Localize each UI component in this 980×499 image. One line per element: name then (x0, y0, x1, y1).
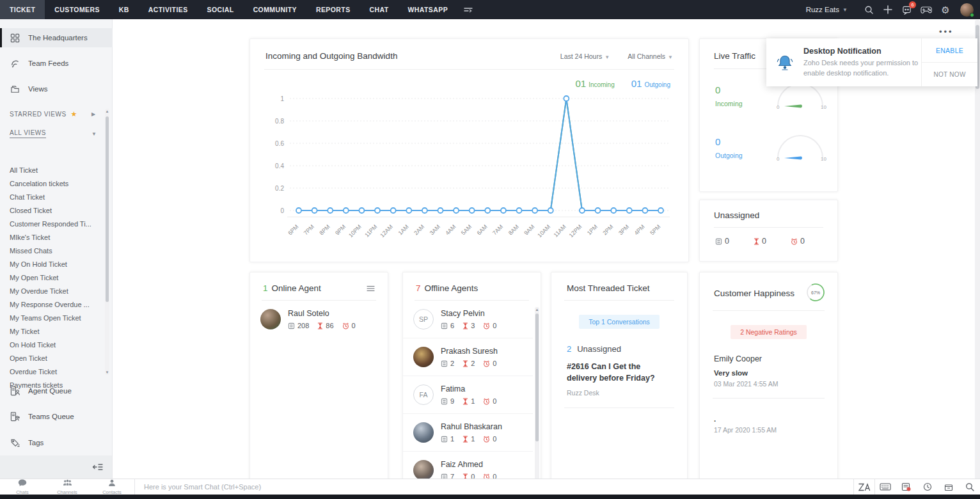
scroll-down-icon[interactable]: ▼ (105, 370, 109, 375)
bottombar-tab-chats[interactable]: Chats (0, 479, 45, 495)
legend-outgoing[interactable]: 01 Outgoing (631, 78, 670, 89)
view-item[interactable]: On Hold Ticket (0, 338, 104, 352)
stat-value: 3 (471, 322, 475, 329)
zia-icon[interactable] (853, 479, 874, 495)
announcements-icon[interactable]: 6 (897, 0, 917, 19)
scroll-up-icon[interactable]: ▲ (535, 307, 539, 312)
rating-item[interactable]: .17 Apr 2020 1:55 AM (700, 415, 837, 434)
legend-incoming[interactable]: 01 Incoming (575, 78, 614, 89)
online-agents-title: Online Agent (272, 283, 321, 293)
history-clock-icon[interactable] (917, 479, 938, 495)
gamescope-icon[interactable] (917, 0, 936, 19)
sidebar-item-the-headquarters[interactable]: The Headquarters (0, 28, 113, 47)
archive-box-icon[interactable] (938, 479, 959, 495)
chart-legend: 01 Incoming 01 Outgoing (250, 70, 688, 89)
time-range-filter[interactable]: Last 24 Hours▼ (560, 52, 610, 60)
agent-row[interactable]: Rahul Bhaskaran 1 1 0 (403, 414, 533, 452)
agent-row[interactable]: Prakash Suresh 2 2 0 (403, 338, 533, 376)
response-overdue-stat: 0 (791, 237, 805, 246)
offline-list-scrollbar[interactable]: ▲ (535, 307, 539, 481)
starred-views-section[interactable]: STARRED VIEWS ★ ▶ (10, 110, 77, 118)
rating-customer-name: Emily Cooper (700, 354, 837, 363)
view-item[interactable]: My Teams Open Ticket (0, 312, 104, 325)
list-menu-icon[interactable] (367, 285, 375, 292)
svg-text:6PM: 6PM (287, 223, 299, 236)
notes-icon[interactable] (896, 479, 917, 495)
nav-tab-activities[interactable]: ACTIVITIES (139, 0, 198, 19)
unassigned-card: Unassigned 0 0 0 (699, 200, 838, 262)
svg-text:0.8: 0.8 (275, 118, 284, 125)
nav-tab-chat[interactable]: CHAT (360, 0, 399, 19)
nav-tab-ticket[interactable]: TICKET (0, 0, 45, 19)
settings-gear-icon[interactable]: ⚙ (936, 0, 955, 19)
rating-item[interactable]: Emily CooperVery slow03 Mar 2021 4:55 AM (700, 354, 837, 388)
sidebar-item-team-feeds[interactable]: Team Feeds (0, 54, 113, 73)
sidebar-item-teams-queue[interactable]: Teams Queue (0, 407, 113, 426)
view-item[interactable]: Overdue Ticket (0, 365, 104, 379)
outgoing-value: 0 (715, 136, 772, 147)
not-now-button[interactable]: NOT NOW (922, 63, 977, 86)
sidebar-item-views[interactable]: Views (0, 79, 113, 99)
smart-chat-input[interactable] (135, 479, 853, 495)
thread-count: 2 (567, 344, 571, 354)
nav-tab-whatsapp[interactable]: WHATSAPP (399, 0, 458, 19)
bottombar-tab-channels[interactable]: Channels (45, 479, 90, 495)
view-item[interactable]: Closed Ticket (0, 204, 104, 218)
nav-tab-kb[interactable]: KB (109, 0, 139, 19)
view-item[interactable]: Customer Responded Ti... (0, 218, 104, 231)
views-icon (10, 84, 20, 94)
ticket-count-stat: 1 (441, 435, 454, 443)
sidebar-item-agent-queue[interactable]: Agent Queue (0, 381, 113, 400)
enable-button[interactable]: ENABLE (922, 38, 977, 63)
nav-tab-community[interactable]: COMMUNITY (244, 0, 306, 19)
agent-row[interactable]: FAFatima 9 1 0 (403, 376, 533, 414)
dashboard-more-icon[interactable]: ••• (939, 27, 954, 36)
bottombar-tab-contacts[interactable]: Contacts (90, 479, 134, 495)
stat-value: 1 (471, 397, 475, 405)
view-item[interactable]: My Ticket (0, 325, 104, 338)
agent-row[interactable]: Raul Sotelo 208 86 0 (250, 301, 388, 338)
online-agent-count: 1 (263, 283, 268, 293)
view-item[interactable]: All Ticket (0, 164, 104, 177)
svg-text:5PM: 5PM (649, 223, 661, 236)
most-threaded-title: Most Threaded Ticket (567, 283, 650, 293)
customer-happiness-title: Customer Happiness (714, 289, 805, 298)
overdue-stat: 1 (462, 435, 475, 443)
all-views-section[interactable]: ALL VIEWS ▼ (10, 129, 46, 138)
page-scrollbar[interactable] (975, 20, 980, 494)
view-item[interactable]: MIke's Ticket (0, 231, 104, 244)
sidebar-item-tags[interactable]: Tags (0, 433, 113, 452)
view-item[interactable]: Cancelation tickets (0, 177, 104, 191)
nav-tab-reports[interactable]: REPORTS (306, 0, 360, 19)
view-item[interactable]: Open Ticket (0, 352, 104, 365)
agent-row[interactable]: SPStacy Pelvin 6 3 0 (403, 301, 533, 338)
agent-name: Prakash Suresh (441, 347, 498, 356)
rating-date: 17 Apr 2020 1:55 AM (700, 426, 837, 434)
org-switcher[interactable]: Ruzz Eats ▼ (806, 6, 848, 13)
search-icon[interactable] (859, 0, 878, 19)
view-item[interactable]: My Open Ticket (0, 271, 104, 285)
sidebar-scrollbar[interactable]: ▲ ▼ (105, 109, 109, 375)
hourglass-icon (462, 322, 468, 329)
add-icon[interactable] (878, 0, 897, 19)
channel-filter[interactable]: All Channels▼ (628, 52, 673, 60)
ticket-subject[interactable]: #2616 Can I Get the delivery before Frid… (551, 361, 679, 384)
user-avatar[interactable] (960, 3, 974, 17)
search-icon[interactable] (959, 479, 980, 495)
view-item[interactable]: My On Hold Ticket (0, 258, 104, 271)
view-item[interactable]: Chat Ticket (0, 191, 104, 204)
nav-tab-customers[interactable]: CUSTOMERS (45, 0, 109, 19)
svg-text:4PM: 4PM (633, 223, 646, 236)
view-item[interactable]: My Response Overdue ... (0, 298, 104, 312)
nav-more-icon[interactable] (457, 0, 479, 19)
sidebar-scroll-thumb[interactable] (106, 116, 109, 302)
overdue-stat: 86 (317, 322, 333, 329)
scroll-up-icon[interactable]: ▲ (105, 109, 109, 114)
sidebar-collapse-bar[interactable] (0, 455, 112, 479)
view-item[interactable]: Missed Chats (0, 244, 104, 258)
svg-text:0: 0 (280, 207, 284, 214)
nav-tab-social[interactable]: SOCIAL (198, 0, 244, 19)
offline-scroll-thumb[interactable] (535, 313, 539, 441)
keyboard-icon[interactable] (874, 479, 896, 495)
view-item[interactable]: My Overdue Ticket (0, 285, 104, 298)
